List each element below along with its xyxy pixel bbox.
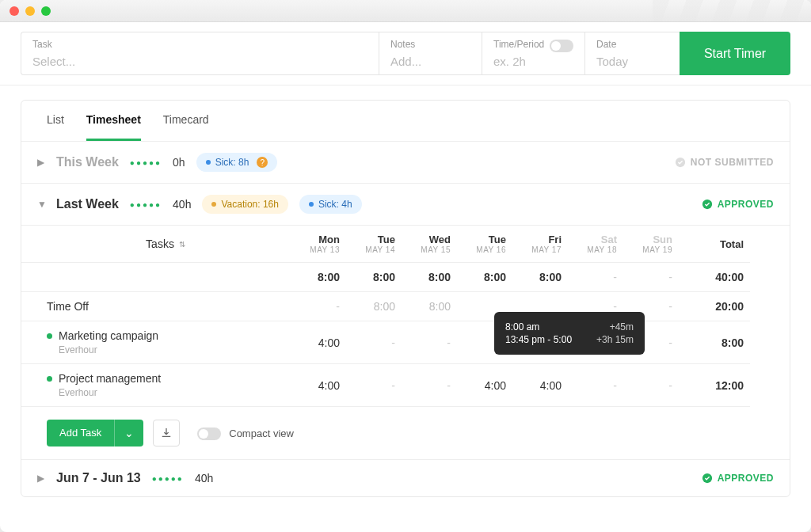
week-hours: 40h: [173, 198, 191, 211]
compact-toggle[interactable]: [197, 428, 221, 440]
row-total: 8:00: [679, 321, 750, 364]
time-cell[interactable]: 4:00: [512, 364, 568, 407]
status-approved: APPROVED: [702, 199, 774, 210]
total-header: Total: [679, 226, 750, 263]
day-header-mon[interactable]: MonMAY 13: [291, 226, 346, 263]
progress-dots: ●●●●●: [152, 474, 184, 483]
day-header-tue[interactable]: TueMAY 14: [346, 226, 402, 263]
time-cell[interactable]: -: [623, 364, 679, 407]
progress-dots: ●●●●●: [130, 200, 162, 209]
tab-timesheet[interactable]: Timesheet: [86, 101, 141, 141]
row-total: 20:00: [679, 292, 750, 321]
total-cell: -: [568, 263, 623, 292]
chevron-right-icon: ▶: [37, 473, 45, 484]
time-cell[interactable]: -: [346, 364, 402, 407]
time-cell[interactable]: -: [346, 321, 402, 364]
grand-total: 40:00: [679, 263, 750, 292]
time-cell[interactable]: -: [402, 364, 457, 407]
question-icon[interactable]: ?: [257, 157, 268, 168]
timeoff-row[interactable]: Time Off: [21, 292, 291, 321]
check-circle-icon: [675, 157, 686, 168]
chevron-right-icon: ▶: [37, 157, 45, 168]
chevron-down-icon[interactable]: ⌄: [114, 420, 143, 446]
tab-timecard[interactable]: Timecard: [163, 101, 209, 141]
timesheet-grid: Tasks ⇅ MonMAY 13 TueMAY 14 WedMAY 15 Tu…: [21, 226, 790, 407]
close-icon[interactable]: [10, 6, 19, 16]
time-cell[interactable]: -: [568, 364, 623, 407]
download-icon: [161, 428, 172, 439]
time-placeholder: ex. 2h: [493, 55, 544, 68]
week-title: Jun 7 - Jun 13: [56, 471, 141, 485]
tasks-header[interactable]: Tasks ⇅: [21, 226, 291, 263]
time-cell[interactable]: 8:00: [402, 292, 457, 321]
total-cell: 8:00: [346, 263, 402, 292]
week-row-last[interactable]: ▼ Last Week ●●●●● 40h Vacation: 16h Sick…: [21, 184, 790, 226]
task-row[interactable]: Project management Everhour: [21, 364, 291, 407]
task-label: Task: [32, 39, 367, 50]
total-cell: 8:00: [457, 263, 512, 292]
download-button[interactable]: [153, 420, 180, 446]
sick-badge: Sick: 4h: [299, 195, 362, 214]
notes-placeholder: Add...: [390, 55, 470, 68]
totals-row-label: [21, 263, 291, 292]
day-header-thu[interactable]: TueMAY 16: [457, 226, 512, 263]
minimize-icon[interactable]: [25, 6, 35, 16]
time-cell[interactable]: -: [402, 321, 457, 364]
time-cell[interactable]: -: [291, 292, 346, 321]
time-cell[interactable]: 8:00: [346, 292, 402, 321]
time-cell[interactable]: 4:00: [291, 321, 346, 364]
progress-dots: ●●●●●: [130, 158, 162, 167]
time-cell[interactable]: 4:00: [457, 364, 512, 407]
task-row[interactable]: Marketing campaign Everhour: [21, 321, 291, 364]
time-label: Time/Period: [493, 39, 544, 50]
check-circle-icon: [702, 199, 713, 210]
time-cell[interactable]: 4:00: [291, 364, 346, 407]
week-row-prev[interactable]: ▶ Jun 7 - Jun 13 ●●●●● 40h APPROVED: [21, 459, 790, 496]
day-header-fri[interactable]: FriMAY 17: [512, 226, 568, 263]
vacation-badge: Vacation: 16h: [202, 195, 288, 214]
total-cell: 8:00: [402, 263, 457, 292]
check-circle-icon: [702, 473, 713, 484]
tab-list[interactable]: List: [47, 101, 64, 141]
sort-icon: ⇅: [179, 240, 185, 249]
week-hours: 0h: [173, 156, 185, 169]
date-field[interactable]: Date Today: [584, 32, 680, 75]
status-dot-icon: [47, 376, 52, 382]
day-header-wed[interactable]: WedMAY 15: [402, 226, 457, 263]
day-header-sun[interactable]: SunMAY 19: [623, 226, 679, 263]
total-cell: 8:00: [512, 263, 568, 292]
time-field[interactable]: Time/Period ex. 2h: [482, 32, 584, 75]
task-field[interactable]: Task Select...: [21, 32, 379, 75]
chevron-down-icon: ▼: [37, 199, 45, 210]
week-title: This Week: [56, 155, 119, 169]
day-header-sat[interactable]: SatMAY 18: [568, 226, 623, 263]
status-approved: APPROVED: [702, 473, 774, 484]
status-not-submitted: NOT SUBMITTED: [675, 157, 774, 168]
add-task-button[interactable]: Add Task ⌄: [47, 420, 143, 446]
notes-label: Notes: [390, 39, 470, 50]
notes-field[interactable]: Notes Add...: [379, 32, 482, 75]
time-tooltip: 8:00 am+45m 13:45 pm - 5:00+3h 15m: [494, 312, 645, 355]
task-placeholder: Select...: [32, 55, 367, 68]
row-total: 12:00: [679, 364, 750, 407]
time-toggle[interactable]: [550, 40, 573, 52]
total-cell: 8:00: [291, 263, 346, 292]
date-label: Date: [596, 39, 668, 50]
status-dot-icon: [47, 333, 52, 339]
maximize-icon[interactable]: [41, 6, 51, 16]
week-hours: 40h: [195, 472, 213, 484]
week-title: Last Week: [56, 197, 119, 211]
window-titlebar: [0, 0, 811, 22]
sick-badge: Sick: 8h ?: [196, 153, 278, 172]
compact-label: Compact view: [229, 428, 294, 439]
total-cell: -: [623, 263, 679, 292]
date-placeholder: Today: [596, 55, 668, 68]
start-timer-button[interactable]: Start Timer: [680, 32, 790, 75]
week-row-this[interactable]: ▶ This Week ●●●●● 0h Sick: 8h ? NOT SUBM…: [21, 142, 790, 184]
